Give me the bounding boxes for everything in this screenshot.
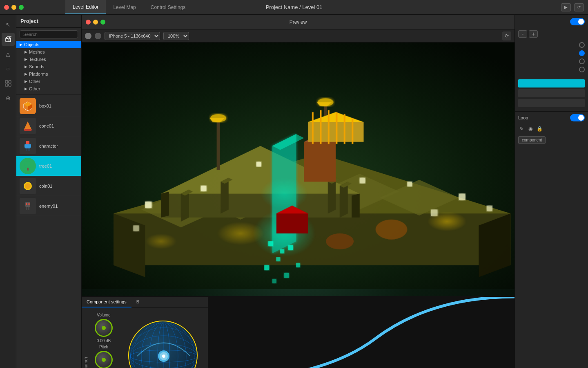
lock-icon[interactable]: 🔒 [536, 126, 543, 132]
main-toggle-knob [578, 19, 584, 25]
svg-point-110 [162, 355, 165, 358]
globe-tool[interactable]: ⊕ [2, 92, 15, 105]
project-header: Project [16, 15, 81, 28]
component-button[interactable]: component [518, 136, 546, 144]
circle-tool[interactable]: ○ [2, 62, 15, 75]
radio-row-4 [518, 65, 585, 74]
object-label: box01 [39, 103, 51, 108]
loop-row: Loop [515, 111, 588, 124]
svg-rect-16 [28, 148, 30, 151]
cursor-tool[interactable]: ↖ [2, 18, 15, 31]
list-item[interactable]: character [16, 136, 81, 156]
eye-icon[interactable]: ◉ [527, 126, 534, 132]
refresh-preview-button[interactable]: ⟳ [502, 31, 511, 40]
preview-tl-maximize[interactable] [100, 20, 105, 25]
audio-source-label: Audio Source (name) [82, 308, 90, 368]
main-toggle[interactable] [570, 18, 585, 25]
slider-bar-3[interactable] [518, 99, 585, 107]
minus-button[interactable]: - [518, 30, 527, 38]
knob-indicator [102, 326, 106, 330]
object-thumb [20, 98, 36, 114]
list-item[interactable]: tree01 [16, 156, 81, 176]
right-toggle-row [515, 15, 588, 29]
device-select[interactable]: iPhone 5 - 1136x640 [105, 32, 160, 40]
tree-item-other-2[interactable]: ▶ Other [16, 85, 81, 92]
tab-b[interactable]: B [131, 297, 144, 307]
svg-rect-15 [26, 148, 27, 151]
grid-tool[interactable] [2, 77, 15, 90]
object-label: tree01 [39, 164, 52, 168]
tree-item-sounds[interactable]: ▶ Sounds [16, 63, 81, 70]
audio-globe: ▶ [128, 321, 198, 368]
search-input[interactable] [20, 30, 78, 38]
list-item[interactable]: enemy01 [16, 196, 81, 216]
list-item[interactable]: coin01 [16, 176, 81, 196]
tab-component-settings[interactable]: Component settings [82, 297, 131, 307]
tree-item-other-1[interactable]: ▶ Other [16, 78, 81, 85]
volume-knob[interactable] [95, 319, 113, 337]
radio-btn-4[interactable] [579, 67, 585, 72]
plus-button[interactable]: + [529, 30, 538, 38]
color-bar-1[interactable] [518, 79, 585, 88]
preview-circle-btn-2[interactable] [95, 33, 101, 39]
object-thumb [20, 118, 36, 134]
tree-item-meshes[interactable]: ▶ Meshes [16, 48, 81, 56]
svg-rect-13 [24, 144, 26, 148]
arrow-icon: ▶ [24, 79, 27, 83]
tl-maximize[interactable] [19, 5, 24, 10]
pencil-icon[interactable]: ✎ [518, 126, 525, 132]
preview-tl-close[interactable] [86, 20, 91, 25]
svg-rect-111 [208, 297, 514, 368]
tab-control-settings[interactable]: Control Settings [143, 0, 193, 14]
pitch-knob[interactable] [95, 351, 113, 368]
loop-toggle[interactable] [570, 114, 585, 121]
svg-point-17 [24, 161, 31, 168]
radio-btn-3[interactable] [579, 58, 585, 64]
radio-btn-2[interactable] [579, 50, 585, 56]
tree-section: ▶ Objects ▶ Meshes ▶ Textures ▶ Sounds ▶… [16, 41, 81, 92]
preview-circle-btn-1[interactable] [85, 33, 91, 39]
pm-buttons: - + [515, 29, 588, 39]
object-thumb [20, 138, 36, 154]
box-tool[interactable] [2, 33, 15, 46]
svg-rect-2 [5, 81, 8, 83]
radio-btn-1[interactable] [579, 42, 585, 48]
zoom-select[interactable]: 100% [163, 32, 189, 40]
play-button[interactable]: ▶ [561, 3, 571, 11]
tab-level-editor[interactable]: Level Editor [65, 0, 106, 14]
tab-level-map[interactable]: Level Map [106, 0, 143, 14]
tree-item-textures[interactable]: ▶ Textures [16, 56, 81, 63]
radio-controls [515, 39, 588, 75]
volume-value: 0.00 dB [97, 339, 111, 343]
svg-rect-11 [26, 141, 29, 144]
triangle-tool[interactable]: △ [2, 47, 15, 61]
preview-tl-minimize[interactable] [93, 20, 98, 25]
tl-minimize[interactable] [11, 5, 16, 10]
svg-rect-22 [26, 207, 27, 210]
preview-panel: Preview iPhone 5 - 1136x640 100% ⟳ [82, 15, 514, 296]
svg-point-25 [28, 203, 30, 205]
list-item[interactable]: box01 [16, 96, 81, 116]
list-item[interactable]: cone01 [16, 116, 81, 136]
refresh-button[interactable]: ⟳ [574, 3, 584, 11]
globe-grid-svg [129, 321, 198, 368]
svg-marker-9 [24, 121, 32, 130]
bottom-left-panel: Component settings B Audio Source (name)… [82, 297, 208, 368]
arrow-icon: ▶ [20, 43, 22, 47]
svg-rect-4 [5, 84, 8, 86]
object-list: box01 cone01 [16, 96, 81, 368]
tree-item-objects[interactable]: ▶ Objects [16, 41, 81, 48]
arrow-icon: ▶ [24, 87, 27, 91]
title-traffic-lights [4, 5, 24, 10]
preview-viewport[interactable] [82, 43, 514, 296]
tree-item-platforms[interactable]: ▶ Platforms [16, 70, 81, 78]
radio-row-3 [518, 57, 585, 65]
center-area: Preview iPhone 5 - 1136x640 100% ⟳ [82, 15, 514, 368]
slider-bar-2[interactable] [518, 89, 585, 97]
search-box [16, 28, 81, 41]
bottom-tabs: Component settings B [82, 297, 208, 308]
volume-knob-group: Volume 0.00 dB Pitch 0.00 st Play On [95, 313, 113, 368]
tl-close[interactable] [4, 5, 9, 10]
preview-titlebar: Preview [82, 15, 514, 29]
main-layout: ↖ △ ○ ⊕ Project ▶ [0, 15, 588, 368]
